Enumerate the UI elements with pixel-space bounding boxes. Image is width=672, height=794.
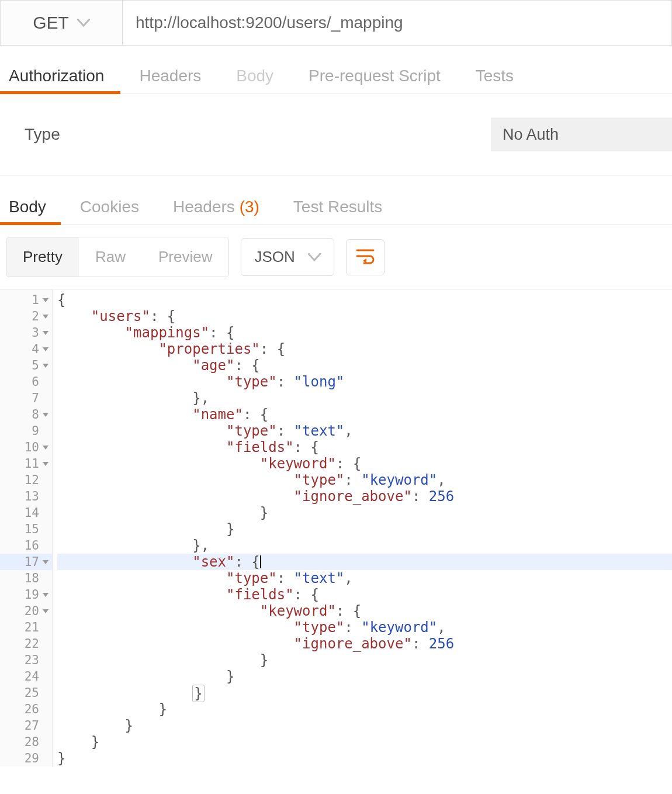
code-line[interactable]: "type": "long" — [57, 374, 672, 390]
line-number: 22 — [0, 636, 52, 652]
code-line[interactable]: } — [57, 652, 672, 668]
code-line[interactable]: "keyword": { — [57, 455, 672, 472]
line-number: 12 — [0, 472, 52, 488]
line-number: 14 — [0, 505, 52, 521]
auth-panel: Type No Auth — [0, 94, 672, 175]
line-number: 16 — [0, 537, 52, 554]
code-line[interactable]: "keyword": { — [57, 603, 672, 619]
resp-tab-test-results[interactable]: Test Results — [293, 198, 383, 225]
fold-icon[interactable] — [43, 364, 49, 368]
auth-type-select[interactable]: No Auth — [491, 118, 672, 151]
line-number: 17 — [0, 554, 52, 570]
code-line[interactable]: } — [57, 668, 672, 685]
resp-tab-headers[interactable]: Headers (3) — [173, 198, 259, 225]
tab-authorization[interactable]: Authorization — [9, 67, 104, 94]
fold-icon[interactable] — [43, 609, 49, 613]
line-number: 6 — [0, 374, 52, 390]
response-editor[interactable]: 1234567891011121314151617181920212223242… — [0, 289, 672, 767]
code-line[interactable]: "sex": { — [57, 554, 672, 570]
code-line[interactable]: "type": "keyword", — [57, 472, 672, 488]
fold-icon[interactable] — [43, 331, 49, 335]
url-input[interactable]: http://localhost:9200/users/_mapping — [123, 0, 672, 46]
line-number: 23 — [0, 652, 52, 668]
response-tabs: Body Cookies Headers (3) Test Results — [0, 198, 672, 225]
line-number: 27 — [0, 717, 52, 734]
http-method-select[interactable]: GET — [0, 0, 123, 46]
code-line[interactable]: "age": { — [57, 357, 672, 374]
text-cursor — [260, 555, 261, 568]
wrap-lines-button[interactable] — [346, 239, 385, 275]
line-gutter: 1234567891011121314151617181920212223242… — [0, 289, 53, 767]
code-line[interactable]: { — [57, 292, 672, 308]
url-value: http://localhost:9200/users/_mapping — [136, 13, 403, 32]
fold-icon[interactable] — [43, 462, 49, 466]
fold-icon[interactable] — [43, 298, 49, 302]
code-line[interactable]: }, — [57, 537, 672, 554]
code-line[interactable]: "mappings": { — [57, 324, 672, 341]
code-area[interactable]: { "users": { "mappings": { "properties":… — [53, 289, 672, 767]
line-number: 4 — [0, 341, 52, 357]
line-number: 7 — [0, 390, 52, 406]
line-number: 21 — [0, 619, 52, 636]
line-number: 29 — [0, 750, 52, 767]
code-line[interactable]: "properties": { — [57, 341, 672, 357]
code-line[interactable]: "type": "text", — [57, 423, 672, 439]
format-select[interactable]: JSON — [241, 238, 334, 276]
view-mode-segment: Pretty Raw Preview — [6, 237, 229, 277]
code-line[interactable]: "name": { — [57, 406, 672, 423]
code-line[interactable]: }, — [57, 390, 672, 406]
resp-tab-body[interactable]: Body — [9, 198, 46, 225]
line-number: 26 — [0, 701, 52, 717]
view-mode-pretty[interactable]: Pretty — [6, 237, 79, 277]
bracket-match: } — [192, 685, 204, 702]
code-line[interactable]: } — [57, 701, 672, 717]
fold-icon[interactable] — [43, 315, 49, 319]
line-number: 19 — [0, 586, 52, 603]
code-line[interactable]: } — [57, 505, 672, 521]
line-number: 25 — [0, 685, 52, 701]
code-line[interactable]: } — [57, 717, 672, 734]
code-line[interactable]: } — [57, 734, 672, 750]
view-mode-raw[interactable]: Raw — [79, 237, 142, 277]
fold-icon[interactable] — [43, 413, 49, 417]
line-number: 3 — [0, 324, 52, 341]
wrap-icon — [356, 248, 375, 267]
chevron-down-icon — [308, 253, 321, 261]
request-tabs: Authorization Headers Body Pre-request S… — [0, 67, 672, 94]
response-controls: Pretty Raw Preview JSON — [0, 225, 672, 289]
tab-prerequest[interactable]: Pre-request Script — [309, 67, 441, 94]
chevron-down-icon — [77, 19, 90, 27]
tab-tests[interactable]: Tests — [476, 67, 514, 94]
line-number: 11 — [0, 455, 52, 472]
resp-tab-headers-count: (3) — [240, 198, 259, 216]
code-line[interactable]: } — [57, 521, 672, 537]
line-number: 15 — [0, 521, 52, 537]
code-line[interactable]: "type": "keyword", — [57, 619, 672, 636]
code-line[interactable]: } — [57, 685, 672, 701]
line-number: 5 — [0, 357, 52, 374]
resp-tab-cookies[interactable]: Cookies — [80, 198, 139, 225]
auth-type-label: Type — [25, 125, 60, 144]
line-number: 13 — [0, 488, 52, 505]
fold-icon[interactable] — [43, 593, 49, 597]
line-number: 9 — [0, 423, 52, 439]
line-number: 18 — [0, 570, 52, 586]
fold-icon[interactable] — [43, 446, 49, 450]
code-line[interactable]: "ignore_above": 256 — [57, 636, 672, 652]
code-line[interactable]: "fields": { — [57, 439, 672, 455]
tab-body[interactable]: Body — [236, 67, 273, 94]
format-value: JSON — [254, 248, 295, 266]
line-number: 2 — [0, 308, 52, 324]
code-line[interactable]: "fields": { — [57, 586, 672, 603]
code-line[interactable]: "type": "text", — [57, 570, 672, 586]
line-number: 1 — [0, 292, 52, 308]
tab-headers[interactable]: Headers — [139, 67, 201, 94]
code-line[interactable]: } — [57, 750, 672, 767]
view-mode-preview[interactable]: Preview — [142, 237, 228, 277]
fold-icon[interactable] — [43, 347, 49, 351]
line-number: 10 — [0, 439, 52, 455]
fold-icon[interactable] — [43, 560, 49, 564]
code-line[interactable]: "users": { — [57, 308, 672, 324]
code-line[interactable]: "ignore_above": 256 — [57, 488, 672, 505]
line-number: 20 — [0, 603, 52, 619]
